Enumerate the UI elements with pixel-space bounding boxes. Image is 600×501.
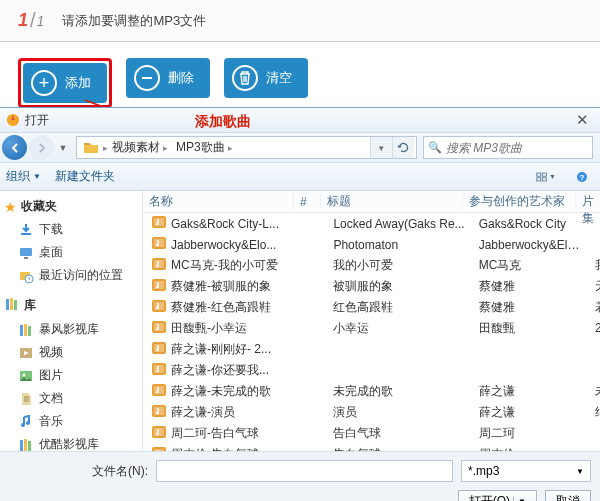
svg-rect-14 — [14, 300, 17, 310]
file-title: 小幸运 — [327, 320, 472, 337]
file-name: 薛之谦-未完成的歌 — [171, 383, 271, 400]
search-box[interactable]: 🔍 — [423, 136, 593, 159]
file-album: 【歌单 — [589, 215, 600, 232]
column-headers: 名称 # 标题 参与创作的艺术家 唱片集 — [143, 191, 600, 213]
close-icon[interactable]: ✕ — [572, 111, 593, 129]
svg-rect-39 — [154, 302, 164, 310]
col-artist[interactable]: 参与创作的艺术家 — [463, 193, 576, 210]
clear-button[interactable]: 清空 — [224, 58, 308, 98]
svg-rect-48 — [154, 365, 164, 373]
svg-point-21 — [21, 423, 25, 427]
file-album: 【歌单 — [589, 425, 600, 442]
back-button[interactable] — [2, 135, 27, 160]
document-icon — [18, 391, 34, 407]
file-row[interactable]: 薛之谦-未完成的歌 未完成的歌 薛之谦 未完成 — [143, 381, 600, 402]
svg-rect-9 — [24, 257, 28, 259]
file-row[interactable]: 蔡健雅-被驯服的象 被驯服的象 蔡健雅 天使与 — [143, 276, 600, 297]
file-album: 未完成 — [589, 383, 600, 400]
file-list: Gaks&Rock City-L... Locked Away(Gaks Re.… — [143, 213, 600, 451]
lib-icon — [18, 322, 34, 338]
add-button-label: 添加 — [65, 74, 91, 92]
star-icon: ★ — [4, 199, 17, 215]
svg-rect-45 — [154, 344, 164, 352]
file-row[interactable]: 薛之谦-演员 演员 薛之谦 绅士 — [143, 402, 600, 423]
col-num[interactable]: # — [294, 195, 321, 209]
svg-rect-17 — [28, 326, 31, 336]
open-button[interactable]: 打开(O)▼ — [458, 490, 537, 501]
cancel-button[interactable]: 取消 — [545, 490, 591, 501]
address-dropdown[interactable]: ▾ — [370, 137, 392, 158]
address-bar[interactable]: ▸ 视频素材▸ MP3歌曲▸ ▾ — [76, 136, 417, 159]
col-name[interactable]: 名称 — [143, 193, 294, 210]
sidebar-item[interactable]: 音乐 — [0, 410, 140, 433]
svg-rect-42 — [154, 323, 164, 331]
svg-rect-57 — [154, 428, 164, 436]
sidebar-item[interactable]: 下载 — [0, 218, 140, 241]
sidebar-item[interactable]: 图片 — [0, 364, 140, 387]
filename-input[interactable] — [156, 460, 453, 482]
delete-button[interactable]: 删除 — [126, 58, 210, 98]
file-album: 绅士 — [589, 404, 600, 421]
file-name: 薛之谦-演员 — [171, 404, 235, 421]
file-row[interactable]: 蔡健雅-红色高跟鞋 红色高跟鞋 蔡健雅 若你碰 — [143, 297, 600, 318]
file-row[interactable]: Gaks&Rock City-L... Locked Away(Gaks Re.… — [143, 213, 600, 234]
file-title: 红色高跟鞋 — [327, 299, 472, 316]
file-row[interactable]: 薛之谦-刚刚好- 2... — [143, 339, 600, 360]
file-row[interactable]: MC马克-我的小可爱 我的小可爱 MC马克 我的小 — [143, 255, 600, 276]
organize-menu[interactable]: 组织 ▼ — [6, 168, 41, 185]
file-name: 薛之谦-你还要我... — [171, 362, 269, 379]
mp3-icon — [151, 403, 167, 422]
search-input[interactable] — [446, 141, 597, 155]
breadcrumb-2[interactable]: MP3歌曲▸ — [172, 137, 237, 158]
sidebar-item[interactable]: 文档 — [0, 387, 140, 410]
sidebar-favorites[interactable]: ★收藏夹 — [0, 195, 140, 218]
newfolder-button[interactable]: 新建文件夹 — [55, 168, 115, 185]
mp3-icon — [151, 277, 167, 296]
col-title[interactable]: 标题 — [321, 193, 463, 210]
breadcrumb-1[interactable]: 视频素材▸ — [108, 137, 172, 158]
file-row[interactable]: Jabberwocky&Elo... Photomaton Jabberwock… — [143, 234, 600, 255]
sidebar-item[interactable]: 桌面 — [0, 241, 140, 264]
file-row[interactable]: 周二珂-告白气球 告白气球 周二珂 【歌单 — [143, 423, 600, 444]
sidebar-item-label: 视频 — [39, 344, 63, 361]
file-row[interactable]: 薛之谦-你还要我... — [143, 360, 600, 381]
file-row[interactable]: 周杰伦-告白气球 告白气球 周杰伦 — [143, 444, 600, 451]
svg-rect-7 — [21, 233, 31, 235]
view-options[interactable]: ▼ — [535, 167, 557, 187]
sidebar-item[interactable]: 优酷影视库 — [0, 433, 140, 451]
file-name: 周杰伦-告白气球 — [171, 446, 259, 451]
delete-button-label: 删除 — [168, 69, 194, 87]
svg-point-55 — [156, 412, 159, 415]
sidebar-item[interactable]: 视频 — [0, 341, 140, 364]
mp3-icon — [151, 214, 167, 233]
add-button[interactable]: + 添加 — [23, 63, 107, 103]
svg-rect-13 — [10, 298, 13, 310]
mp3-icon — [151, 361, 167, 380]
sidebar-item-label: 下载 — [39, 221, 63, 238]
svg-text:?: ? — [580, 173, 585, 182]
history-dropdown[interactable]: ▼ — [56, 143, 70, 153]
help-button[interactable]: ? — [571, 167, 593, 187]
file-title: 被驯服的象 — [327, 278, 472, 295]
navigation-row: ▼ ▸ 视频素材▸ MP3歌曲▸ ▾ 🔍 — [0, 133, 600, 163]
svg-rect-3 — [537, 177, 541, 180]
filetype-select[interactable]: *.mp3▼ — [461, 460, 591, 482]
svg-rect-25 — [28, 441, 31, 451]
file-title: 告白气球 — [327, 446, 472, 451]
file-artist: MC马克 — [473, 257, 589, 274]
sidebar-item[interactable]: 最近访问的位置 — [0, 264, 140, 287]
dialog-titlebar: 打开 ✕ — [0, 108, 600, 133]
sidebar-item[interactable]: 暴风影视库 — [0, 318, 140, 341]
step-slash: / — [30, 9, 36, 32]
svg-rect-2 — [542, 173, 546, 176]
forward-button[interactable] — [29, 135, 54, 160]
file-area: 名称 # 标题 参与创作的艺术家 唱片集 Gaks&Rock City-L...… — [143, 191, 600, 451]
file-artist: Gaks&Rock City — [473, 217, 589, 231]
file-row[interactable]: 田馥甄-小幸运 小幸运 田馥甄 2015国 — [143, 318, 600, 339]
sidebar-libraries[interactable]: 库 — [0, 293, 140, 318]
sidebar-item-label: 优酷影视库 — [39, 436, 99, 451]
refresh-button[interactable] — [392, 137, 414, 158]
svg-rect-23 — [20, 440, 23, 451]
svg-point-20 — [23, 373, 26, 376]
mp3-icon — [151, 298, 167, 317]
